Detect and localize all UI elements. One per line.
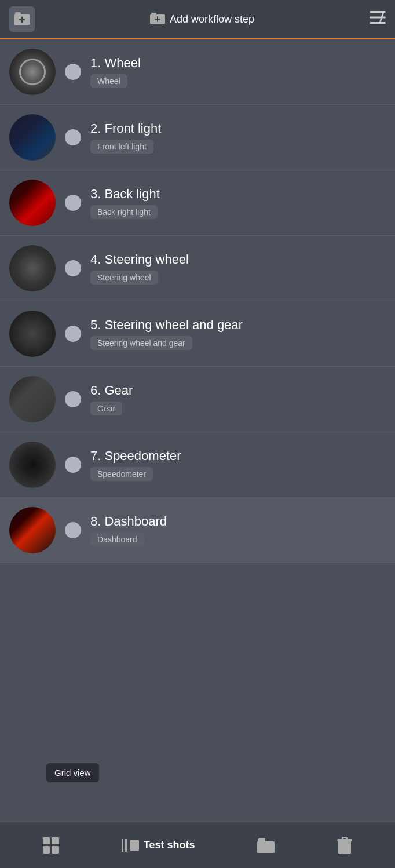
folder-button[interactable] bbox=[253, 833, 279, 858]
item-title: 3. Back light bbox=[90, 187, 386, 202]
item-badge: Speedometer bbox=[90, 467, 153, 481]
header-left bbox=[9, 6, 35, 32]
thumb-inner bbox=[9, 180, 56, 226]
item-radio[interactable] bbox=[65, 64, 81, 80]
list-item[interactable]: 8. DashboardDashboard bbox=[0, 498, 395, 563]
svg-rect-10 bbox=[370, 22, 386, 24]
grid-icon bbox=[43, 837, 59, 854]
item-radio[interactable] bbox=[65, 522, 81, 538]
list-item[interactable]: 7. SpeedometerSpeedometer bbox=[0, 432, 395, 498]
thumb-inner bbox=[9, 376, 56, 422]
thumb-inner bbox=[9, 114, 56, 161]
thumb-inner bbox=[9, 245, 56, 291]
header-center: Add workflow step bbox=[150, 13, 254, 25]
item-badge: Steering wheel and gear bbox=[90, 336, 192, 350]
item-radio[interactable] bbox=[65, 260, 81, 276]
item-radio[interactable] bbox=[65, 457, 81, 473]
item-title: 2. Front light bbox=[90, 121, 386, 136]
grid-view-button[interactable] bbox=[38, 833, 64, 858]
item-badge: Steering wheel bbox=[90, 271, 158, 285]
add-workflow-icon bbox=[150, 13, 165, 25]
item-thumbnail bbox=[9, 442, 56, 488]
list-item[interactable]: 4. Steering wheelSteering wheel bbox=[0, 236, 395, 301]
item-radio[interactable] bbox=[65, 391, 81, 407]
list-item[interactable]: 2. Front lightFront left light bbox=[0, 105, 395, 170]
item-title: 7. Speedometer bbox=[90, 448, 386, 464]
add-folder-button[interactable] bbox=[9, 6, 35, 32]
add-workflow-label: Add workflow step bbox=[170, 13, 254, 25]
item-title: 8. Dashboard bbox=[90, 514, 386, 529]
item-info: 2. Front lightFront left light bbox=[90, 121, 386, 154]
item-title: 6. Gear bbox=[90, 383, 386, 398]
item-thumbnail bbox=[9, 114, 56, 161]
list-item[interactable]: 5. Steering wheel and gearSteering wheel… bbox=[0, 301, 395, 367]
item-info: 7. SpeedometerSpeedometer bbox=[90, 448, 386, 481]
thumb-inner bbox=[9, 442, 56, 488]
trash-button[interactable] bbox=[332, 832, 357, 859]
svg-rect-5 bbox=[151, 13, 156, 16]
item-thumbnail bbox=[9, 245, 56, 291]
item-info: 5. Steering wheel and gearSteering wheel… bbox=[90, 318, 386, 350]
item-badge: Back right light bbox=[90, 205, 158, 219]
item-info: 8. DashboardDashboard bbox=[90, 514, 386, 546]
menu-button[interactable] bbox=[370, 11, 386, 27]
item-badge: Dashboard bbox=[90, 533, 144, 546]
thumb-inner bbox=[9, 507, 56, 553]
item-thumbnail bbox=[9, 376, 56, 422]
list-item[interactable]: 3. Back lightBack right light bbox=[0, 170, 395, 236]
item-thumbnail bbox=[9, 180, 56, 226]
folder-icon bbox=[257, 838, 275, 853]
item-info: 1. WheelWheel bbox=[90, 56, 386, 88]
item-title: 4. Steering wheel bbox=[90, 252, 386, 267]
item-badge: Wheel bbox=[90, 74, 127, 88]
item-info: 3. Back lightBack right light bbox=[90, 187, 386, 219]
thumb-inner bbox=[9, 311, 56, 357]
item-radio[interactable] bbox=[65, 129, 81, 145]
item-radio[interactable] bbox=[65, 326, 81, 342]
item-thumbnail bbox=[9, 49, 56, 95]
thumb-inner bbox=[9, 49, 56, 95]
item-title: 1. Wheel bbox=[90, 56, 386, 71]
svg-rect-9 bbox=[370, 17, 386, 19]
item-badge: Front left light bbox=[90, 140, 153, 154]
item-radio[interactable] bbox=[65, 195, 81, 211]
item-badge: Gear bbox=[90, 402, 122, 415]
item-thumbnail bbox=[9, 507, 56, 553]
item-thumbnail bbox=[9, 311, 56, 357]
item-info: 4. Steering wheelSteering wheel bbox=[90, 252, 386, 285]
workflow-list: 1. WheelWheel2. Front lightFront left li… bbox=[0, 39, 395, 563]
list-item[interactable]: 6. GearGear bbox=[0, 367, 395, 432]
header: Add workflow step bbox=[0, 0, 395, 39]
grid-view-tooltip[interactable]: Grid view bbox=[46, 763, 99, 782]
test-shots-button[interactable]: Test shots bbox=[117, 833, 200, 858]
test-shots-icon bbox=[122, 838, 139, 853]
svg-rect-1 bbox=[15, 12, 21, 16]
trash-icon bbox=[337, 837, 352, 854]
bottom-bar: Test shots bbox=[0, 822, 395, 868]
test-shots-label: Test shots bbox=[144, 839, 195, 851]
item-title: 5. Steering wheel and gear bbox=[90, 318, 386, 333]
item-info: 6. GearGear bbox=[90, 383, 386, 415]
list-item[interactable]: 1. WheelWheel bbox=[0, 39, 395, 105]
